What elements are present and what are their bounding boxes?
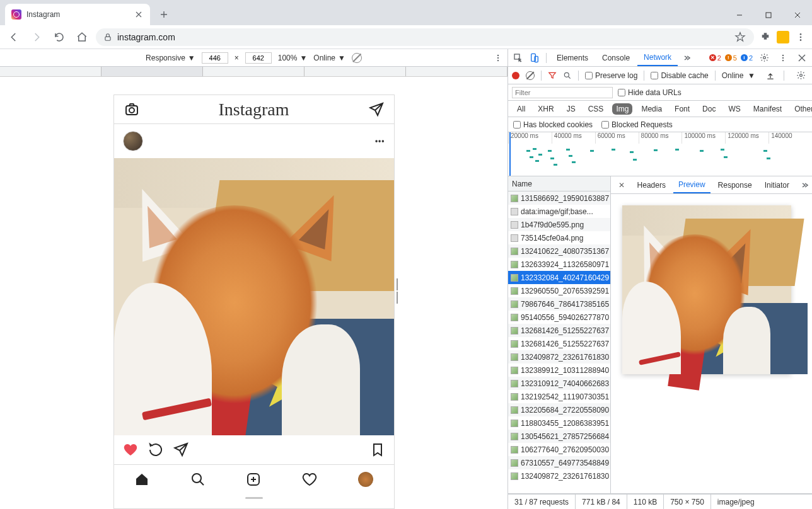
type-filter-doc[interactable]: Doc [699,103,719,115]
rotate-icon[interactable] [352,53,362,63]
tab-console[interactable]: Console [596,49,636,66]
close-tab-button[interactable] [134,9,144,20]
request-row[interactable]: 67310557_649773548849 [508,456,610,469]
request-row[interactable]: 132633924_11326580971 [508,258,610,271]
type-filter-css[interactable]: CSS [584,103,608,115]
star-icon[interactable] [734,31,746,43]
menu-button[interactable] [794,31,807,43]
filter-input[interactable] [512,87,613,98]
clear-button[interactable] [526,71,535,80]
tab-elements[interactable]: Elements [550,49,594,66]
type-filter-media[interactable]: Media [637,103,666,115]
request-list[interactable]: Name 131586692_19590163887data:image/gif… [508,176,611,493]
upload-icon[interactable] [766,71,775,80]
search-icon[interactable] [190,472,206,487]
instagram-logo[interactable]: Instagram [219,100,289,120]
timeline[interactable]: 20000 ms40000 ms60000 ms80000 ms100000 m… [508,132,812,176]
type-filter-other[interactable]: Other [791,103,812,115]
request-row[interactable]: 1b47f9d0e595.png [508,218,610,231]
new-tab-button[interactable] [155,6,173,23]
disable-cache-checkbox[interactable]: Disable cache [651,71,708,80]
request-row[interactable]: 735145cfe0a4.png [508,231,610,244]
reload-button[interactable] [50,28,68,46]
maximize-button[interactable] [754,5,783,25]
request-row[interactable]: 132409872_23261761830 [508,469,610,483]
drag-handle-icon[interactable] [114,493,394,503]
profile-icon[interactable] [358,472,373,487]
info-badge[interactable]: i2 [741,54,753,62]
hide-data-urls-checkbox[interactable]: Hide data URLs [618,88,682,97]
url-field[interactable]: instagram.com [96,28,754,46]
zoom-select[interactable]: 100% ▼ [278,54,308,62]
request-row[interactable]: 132192542_11190730351 [508,390,610,403]
devtools-menu-icon[interactable] [775,50,791,66]
request-row[interactable]: 132332084_40247160429 [508,271,610,284]
device-select[interactable]: Responsive ▼ [146,54,195,62]
bookmark-icon[interactable] [370,442,385,457]
name-column-header[interactable]: Name [508,176,610,192]
more-detail-tabs-icon[interactable] [797,178,812,193]
record-button[interactable] [512,72,519,79]
filter-icon[interactable] [548,71,557,80]
error-badge[interactable]: ✕2 [709,54,721,62]
share-icon[interactable] [173,442,188,457]
type-filter-js[interactable]: JS [563,103,579,115]
request-row[interactable]: 132389912_10311288940 [508,363,610,377]
home-button[interactable] [73,28,91,46]
close-window-button[interactable] [783,5,812,25]
request-row[interactable]: 79867646_786417385165 [508,297,610,311]
new-post-icon[interactable] [246,472,261,487]
activity-icon[interactable] [302,472,317,487]
post-more-button[interactable]: ••• [375,137,385,146]
request-row[interactable]: 132960550_20765392591 [508,284,610,297]
extension-badge-icon[interactable] [777,31,789,43]
close-devtools-icon[interactable] [794,50,809,66]
minimize-button[interactable] [725,5,754,25]
type-filter-font[interactable]: Font [671,103,693,115]
request-row[interactable]: 132205684_27220558090 [508,403,610,416]
tab-network[interactable]: Network [637,49,678,66]
camera-icon[interactable] [124,102,139,117]
blocked-cookies-checkbox[interactable]: Has blocked cookies [513,120,593,129]
device-more-button[interactable] [494,54,502,62]
request-row[interactable]: 95140556_594026277870 [508,311,610,324]
height-input[interactable] [245,52,272,64]
settings-icon[interactable] [757,50,772,66]
width-input[interactable] [202,52,228,64]
forward-button[interactable] [28,28,45,46]
type-filter-xhr[interactable]: XHR [534,103,557,115]
request-row[interactable]: 132310912_74040662683 [508,377,610,390]
resize-handle[interactable] [397,278,400,304]
request-row[interactable]: 132409872_23261761830 [508,350,610,363]
type-filter-manifest[interactable]: Manifest [750,103,786,115]
detail-tab-preview[interactable]: Preview [673,176,710,193]
detail-tab-headers[interactable]: Headers [632,176,671,193]
request-row[interactable]: data:image/gif;base... [508,205,610,218]
preserve-log-checkbox[interactable]: Preserve log [585,71,637,80]
request-row[interactable]: 118803455_12086383951 [508,416,610,430]
type-filter-img[interactable]: Img [612,103,632,115]
warning-badge[interactable]: !5 [725,54,737,62]
detail-tab-initiator[interactable]: Initiator [760,176,794,193]
request-row[interactable]: 132681426_51255227637 [508,324,610,337]
comment-icon[interactable] [148,442,163,457]
detail-tab-response[interactable]: Response [713,176,757,193]
back-button[interactable] [5,28,23,46]
home-icon[interactable] [134,472,149,487]
blocked-requests-checkbox[interactable]: Blocked Requests [601,120,673,129]
throttling-select[interactable]: Online ▼ [722,71,755,80]
post-image[interactable] [114,158,394,435]
avatar[interactable] [123,131,143,151]
request-row[interactable]: 132410622_40807351367 [508,244,610,258]
browser-tab[interactable]: Instagram [5,4,150,25]
more-tabs-icon[interactable] [679,50,694,66]
type-filter-all[interactable]: All [513,103,529,115]
search-icon[interactable] [563,71,572,80]
throttle-select[interactable]: Online ▼ [313,54,345,62]
request-row[interactable]: 131586692_19590163887 [508,192,610,205]
request-row[interactable]: 106277640_27620950030 [508,443,610,456]
heart-icon[interactable] [123,442,138,457]
inspect-icon[interactable] [511,50,526,66]
extensions-icon[interactable] [759,31,772,43]
device-toggle-icon[interactable] [527,50,542,66]
